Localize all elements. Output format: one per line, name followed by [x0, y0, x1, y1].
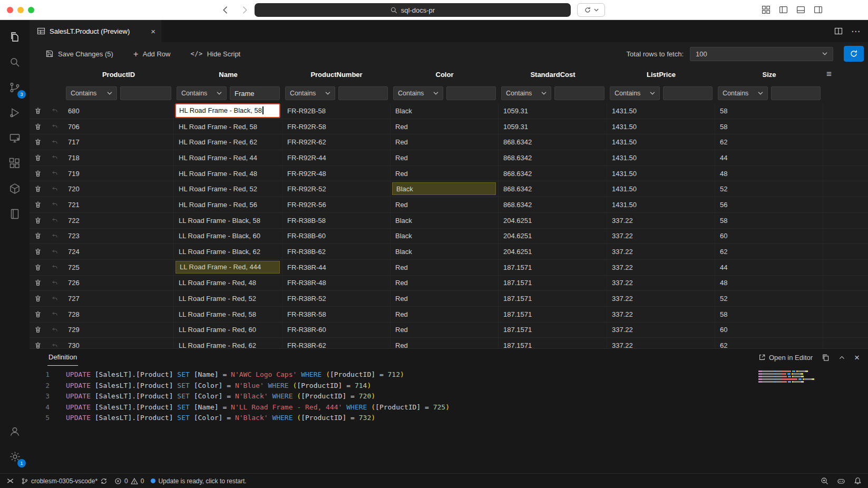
cell-color[interactable]: Red — [391, 150, 499, 165]
cell-standardCost[interactable]: 187.1571 — [499, 307, 607, 322]
cell-size[interactable]: 58 — [715, 213, 823, 228]
delete-row-button[interactable] — [33, 169, 43, 179]
activity-notebook[interactable] — [2, 201, 27, 227]
cell-productNumber[interactable]: FR-R38R-58 — [282, 307, 391, 322]
cell-name[interactable]: LL Road Frame - Black, 60 — [174, 229, 282, 244]
update-ready-item[interactable]: Update is ready, click to restart. — [151, 477, 246, 485]
revert-row-button[interactable] — [50, 279, 60, 287]
cell-size[interactable]: 62 — [715, 244, 823, 259]
cell-productId[interactable]: 729 — [63, 323, 174, 338]
cell-productId[interactable]: 723 — [63, 229, 174, 244]
revert-row-button[interactable] — [50, 326, 60, 334]
activity-run-debug[interactable] — [2, 100, 27, 125]
cell-color[interactable]: Red — [391, 338, 499, 348]
cell-listPrice[interactable]: 1431.50 — [607, 197, 715, 212]
cell-productNumber[interactable]: FR-R38B-58 — [282, 213, 391, 228]
cell-size[interactable]: 62 — [715, 134, 823, 150]
cell-productNumber[interactable]: FR-R38R-62 — [282, 338, 391, 348]
cell-size[interactable]: 44 — [715, 150, 823, 165]
delete-row-button[interactable] — [33, 278, 43, 288]
filter-operator-size[interactable]: Contains — [718, 86, 768, 100]
revert-row-button[interactable] — [50, 216, 60, 225]
cell-standardCost[interactable]: 1059.31 — [499, 119, 607, 134]
settings-button[interactable]: 1 — [2, 444, 27, 469]
cell-name[interactable]: HL Road Frame - Red, 62 — [174, 134, 282, 150]
cell-name[interactable]: LL Road Frame - Red, 62 — [174, 338, 282, 348]
cell-listPrice[interactable]: 337.22 — [607, 244, 715, 259]
revert-row-button[interactable] — [50, 106, 60, 115]
toggle-primary-sidebar-icon[interactable] — [779, 5, 788, 14]
copy-icon[interactable] — [822, 354, 830, 362]
cell-productNumber[interactable]: FR-R92B-58 — [282, 103, 391, 119]
cell-productId[interactable]: 724 — [63, 244, 174, 259]
close-panel-icon[interactable]: × — [854, 353, 860, 362]
revert-row-button[interactable] — [50, 248, 60, 256]
problems-item[interactable]: 0 0 — [114, 477, 144, 485]
cell-name[interactable]: LL Road Frame - Black, 62 — [174, 244, 282, 259]
cell-productNumber[interactable]: FR-R92R-58 — [282, 119, 391, 134]
cell-standardCost[interactable]: 868.6342 — [499, 150, 607, 165]
cell-productNumber[interactable]: FR-R38R-52 — [282, 291, 391, 306]
cell-listPrice[interactable]: 337.22 — [607, 338, 715, 348]
cell-standardCost[interactable]: 868.6342 — [499, 181, 607, 197]
activity-explorer[interactable] — [2, 24, 27, 50]
cell-listPrice[interactable]: 337.22 — [607, 213, 715, 228]
filter-input-name[interactable]: Frame — [230, 86, 280, 100]
cell-standardCost[interactable]: 187.1571 — [499, 291, 607, 306]
filter-operator-name[interactable]: Contains — [177, 86, 227, 100]
cell-color[interactable]: Red — [391, 323, 499, 338]
cell-size[interactable]: 56 — [715, 197, 823, 212]
cell-productNumber[interactable]: FR-R38R-44 — [282, 260, 391, 275]
cell-listPrice[interactable]: 337.22 — [607, 276, 715, 291]
cell-productNumber[interactable]: FR-R38R-48 — [282, 276, 391, 291]
delete-row-button[interactable] — [33, 262, 43, 272]
delete-row-button[interactable] — [33, 294, 43, 304]
delete-row-button[interactable] — [33, 153, 43, 163]
cell-name[interactable]: LL Road Frame - Red, 52 — [174, 291, 282, 306]
cell-listPrice[interactable]: 1431.50 — [607, 103, 715, 119]
revert-row-button[interactable] — [50, 138, 60, 147]
minimap[interactable] — [758, 370, 821, 383]
cell-color[interactable]: Red — [391, 134, 499, 150]
account-button[interactable] — [2, 418, 27, 444]
cell-color[interactable]: Black — [391, 103, 499, 119]
cell-productId[interactable]: 717 — [63, 134, 174, 150]
filter-operator-productId[interactable]: Contains — [66, 86, 117, 100]
cell-listPrice[interactable]: 1431.50 — [607, 150, 715, 165]
column-menu-button[interactable]: ≡ — [823, 65, 868, 83]
column-header-standardCost[interactable]: StandardCost — [499, 65, 607, 83]
delete-row-button[interactable] — [33, 122, 43, 132]
refresh-table-button[interactable] — [844, 46, 864, 62]
activity-search[interactable] — [2, 50, 27, 75]
cell-productId[interactable]: 706 — [63, 119, 174, 134]
activity-extensions[interactable] — [2, 151, 27, 176]
cell-standardCost[interactable]: 868.6342 — [499, 134, 607, 150]
cell-name[interactable]: LL Road Frame - Red, 48 — [174, 276, 282, 291]
delete-row-button[interactable] — [33, 200, 43, 210]
delete-row-button[interactable] — [33, 231, 43, 241]
cell-listPrice[interactable]: 1431.50 — [607, 181, 715, 197]
cell-name[interactable]: LL Road Frame - Red, 60 — [174, 323, 282, 338]
panel-tab-definition[interactable]: Definition — [47, 349, 78, 366]
toggle-secondary-sidebar-icon[interactable] — [814, 5, 823, 14]
filter-input-standardCost[interactable] — [554, 86, 604, 100]
cell-size[interactable]: 60 — [715, 229, 823, 244]
cell-productNumber[interactable]: FR-R92R-56 — [282, 197, 391, 212]
delete-row-button[interactable] — [33, 137, 43, 147]
split-editor-icon[interactable] — [834, 27, 843, 35]
cell-productNumber[interactable]: FR-R38B-62 — [282, 244, 391, 259]
forward-button[interactable] — [239, 5, 250, 15]
cell-productId[interactable]: 728 — [63, 307, 174, 322]
open-in-editor-button[interactable]: Open in Editor — [758, 354, 813, 362]
cell-productId[interactable]: 726 — [63, 276, 174, 291]
cell-productNumber[interactable]: FR-R38B-60 — [282, 229, 391, 244]
cell-color[interactable]: Red — [391, 291, 499, 306]
activity-source-control[interactable]: 3 — [2, 75, 27, 100]
column-header-productNumber[interactable]: ProductNumber — [282, 65, 391, 83]
titlebar-reload-dropdown[interactable] — [577, 3, 605, 17]
cell-listPrice[interactable]: 1431.50 — [607, 119, 715, 134]
cell-size[interactable]: 58 — [715, 307, 823, 322]
copilot-icon[interactable] — [837, 477, 845, 485]
filter-operator-productNumber[interactable]: Contains — [285, 86, 335, 100]
cell-color[interactable]: Black — [391, 213, 499, 228]
